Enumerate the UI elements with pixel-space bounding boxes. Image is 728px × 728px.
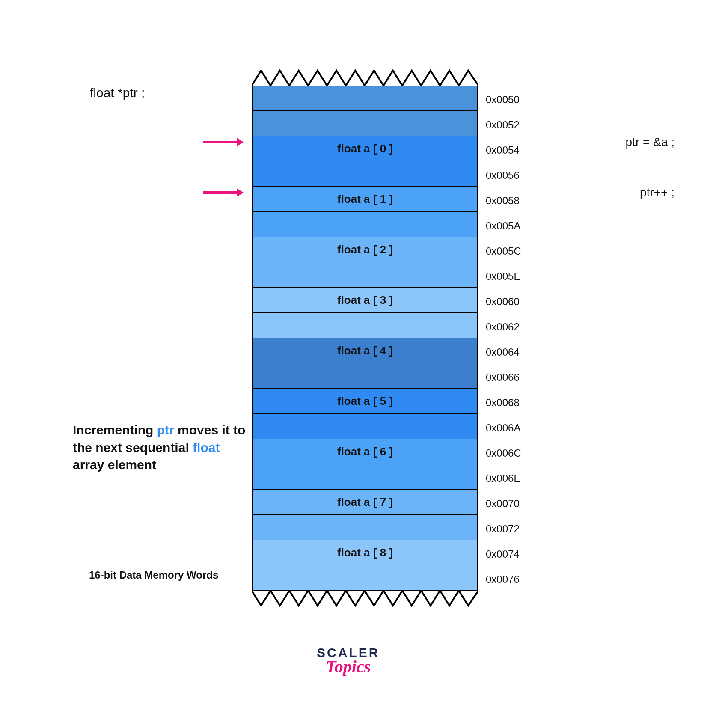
arrow-icon	[203, 141, 238, 143]
address-label: 0x0060	[486, 289, 521, 314]
address-label: 0x0076	[486, 567, 521, 592]
address-label: 0x0058	[486, 188, 521, 213]
address-label: 0x006E	[486, 466, 521, 491]
memory-diagram: float a [ 0 ]float a [ 1 ]float a [ 2 ]f…	[252, 68, 478, 608]
address-label: 0x0064	[486, 339, 521, 365]
memory-row: float a [ 2 ]	[253, 237, 477, 262]
memory-row: float a [ 7 ]	[253, 490, 477, 515]
memory-row	[253, 414, 477, 439]
address-label: 0x0070	[486, 491, 521, 516]
address-label: 0x0050	[486, 87, 521, 112]
memory-row	[253, 161, 477, 187]
address-label: 0x0062	[486, 314, 521, 339]
address-label: 0x0072	[486, 516, 521, 541]
address-label: 0x0066	[486, 365, 521, 390]
memory-row	[253, 313, 477, 338]
explanation-text: Incrementing ptr moves it to the next se…	[73, 422, 253, 474]
memory-row	[253, 515, 477, 540]
zigzag-top	[252, 68, 478, 86]
memory-row: float a [ 6 ]	[253, 439, 477, 464]
memory-row	[253, 565, 477, 591]
pointer-declaration: float *ptr ;	[90, 86, 145, 100]
memory-row: float a [ 3 ]	[253, 288, 477, 313]
address-label: 0x0054	[486, 137, 521, 163]
address-label: 0x005E	[486, 264, 521, 289]
memory-row: float a [ 4 ]	[253, 338, 477, 363]
zigzag-bottom	[252, 591, 478, 608]
address-label: 0x0074	[486, 541, 521, 567]
memory-row	[253, 363, 477, 389]
memory-row	[253, 464, 477, 490]
address-label: 0x006A	[486, 415, 521, 440]
pointer-assignment: ptr = &a ;	[626, 135, 675, 149]
memory-row	[253, 86, 477, 111]
address-label: 0x005C	[486, 238, 521, 264]
memory-caption: 16-bit Data Memory Words	[89, 569, 218, 581]
address-label: 0x0052	[486, 112, 521, 137]
memory-row: float a [ 0 ]	[253, 136, 477, 161]
memory-row	[253, 212, 477, 237]
memory-row: float a [ 8 ]	[253, 540, 477, 565]
address-label: 0x006C	[486, 440, 521, 466]
memory-row: float a [ 1 ]	[253, 187, 477, 212]
memory-row	[253, 262, 477, 288]
pointer-increment: ptr++ ;	[640, 186, 675, 199]
memory-row	[253, 111, 477, 136]
address-label: 0x0068	[486, 390, 521, 415]
address-column: 0x00500x00520x00540x00560x00580x005A0x00…	[486, 87, 521, 592]
address-label: 0x0056	[486, 163, 521, 188]
address-label: 0x005A	[486, 213, 521, 238]
scaler-logo: SCALER Topics	[317, 646, 380, 675]
arrow-icon	[203, 191, 238, 194]
memory-row: float a [ 5 ]	[253, 389, 477, 414]
